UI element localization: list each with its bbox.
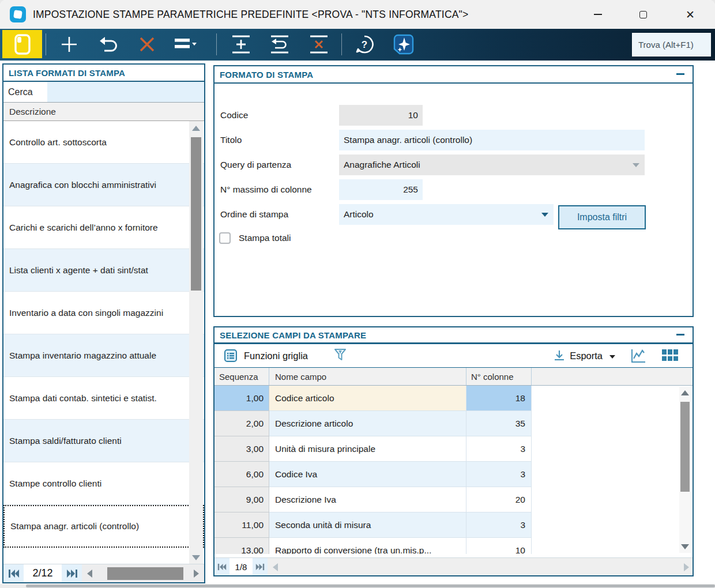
table-row[interactable]: 2,00 Descrizione articolo 35 <box>215 411 693 436</box>
print-format-list: Controllo art. sottoscorta Anagrafica co… <box>3 121 204 564</box>
maximize-button[interactable] <box>633 5 653 24</box>
row-delete-button[interactable] <box>303 31 335 58</box>
cell-n-colonne[interactable]: 35 <box>466 411 532 436</box>
minimize-icon <box>594 14 602 15</box>
cell-sequenza[interactable]: 3,00 <box>215 436 269 462</box>
first-record-button[interactable] <box>215 558 229 575</box>
delete-record-button[interactable] <box>131 31 163 58</box>
row-undo-button[interactable] <box>264 31 296 58</box>
list-item[interactable]: Stampa saldi/fatturato clienti <box>3 420 204 462</box>
grid-view-icon[interactable] <box>661 348 679 363</box>
list-item[interactable]: Stampa anagr. articoli (controllo) <box>3 505 204 548</box>
scroll-up-icon[interactable] <box>681 390 689 395</box>
minimize-button[interactable] <box>588 5 608 24</box>
header-nome-campo[interactable]: Nome campo <box>269 368 466 385</box>
table-row[interactable]: 9,00 Descrizione Iva 20 <box>215 487 693 512</box>
window-bottom-scrollbar[interactable] <box>0 584 715 588</box>
table-row[interactable]: 6,00 Codice Iva 3 <box>215 462 693 487</box>
scroll-left-icon[interactable] <box>87 570 92 578</box>
list-item[interactable]: Stampa dati contab. sintetici e statist. <box>3 377 204 420</box>
scrollbar-thumb[interactable] <box>680 402 690 492</box>
collapse-panel-button[interactable] <box>676 73 684 75</box>
cell-nome-campo[interactable]: Descrizione Iva <box>269 487 466 512</box>
list-vertical-scrollbar[interactable] <box>189 121 203 564</box>
list-item[interactable]: Carichi e scarichi dell’anno x fornitore <box>3 206 204 249</box>
list-item[interactable]: Stampa rubrica telefonica clienti <box>3 548 204 564</box>
funzioni-griglia-button[interactable]: Funzioni griglia <box>244 350 308 361</box>
cell-nome-campo[interactable]: Descrizione articolo <box>269 411 466 436</box>
cell-sequenza[interactable]: 2,00 <box>215 411 269 436</box>
new-record-button[interactable] <box>53 31 85 58</box>
collapse-panel-button[interactable] <box>676 334 684 336</box>
table-horizontal-scrollbar[interactable] <box>268 558 693 575</box>
row-add-button[interactable] <box>225 31 257 58</box>
cell-n-colonne[interactable]: 18 <box>466 386 532 411</box>
last-record-button[interactable] <box>62 564 82 582</box>
format-panel-header: FORMATO DI STAMPA <box>215 66 693 84</box>
cell-sequenza[interactable]: 13,00 <box>215 538 269 554</box>
scroll-right-icon[interactable] <box>684 563 689 571</box>
cell-n-colonne[interactable]: 20 <box>466 487 532 512</box>
scroll-down-icon[interactable] <box>681 544 689 549</box>
max-colonne-label: N° massimo di colonne <box>220 179 312 200</box>
exit-button[interactable] <box>2 30 42 58</box>
ordine-dropdown[interactable]: Articolo <box>339 204 554 225</box>
cell-sequenza[interactable]: 11,00 <box>215 512 269 538</box>
list-item-label: Stampa dati contab. sintetici e statist. <box>9 393 157 404</box>
menu-button[interactable] <box>170 31 202 58</box>
first-record-button[interactable] <box>3 564 24 582</box>
titolo-field[interactable]: Stampa anagr. articoli (controllo) <box>339 130 645 150</box>
find-box[interactable] <box>632 33 711 56</box>
scroll-left-icon[interactable] <box>273 563 278 571</box>
list-item[interactable]: Anagrafica con blocchi amministrativi <box>3 164 204 206</box>
cell-n-colonne[interactable]: 3 <box>466 512 532 538</box>
stampa-totali-checkbox[interactable] <box>219 232 231 244</box>
esporta-button[interactable]: Esporta <box>553 349 615 362</box>
table-row[interactable]: 13,00 Rapporto di conversione (tra un.mi… <box>215 538 693 554</box>
scrollbar-thumb[interactable] <box>26 585 715 587</box>
ai-assistant-button[interactable] <box>387 31 420 58</box>
cell-nome-campo[interactable]: Codice Iva <box>269 462 466 487</box>
scroll-down-icon[interactable] <box>192 555 200 560</box>
help-button[interactable]: ? <box>348 31 381 58</box>
scroll-up-icon[interactable] <box>192 126 200 131</box>
cell-sequenza[interactable]: 1,00 <box>215 386 269 411</box>
filter-icon[interactable] <box>333 348 347 363</box>
undo-button[interactable] <box>92 31 125 58</box>
cell-n-colonne[interactable]: 3 <box>466 436 532 462</box>
scrollbar-thumb[interactable] <box>191 137 201 291</box>
header-sequenza[interactable]: Sequenza <box>215 368 269 385</box>
maximize-icon <box>639 11 647 18</box>
header-n-colonne[interactable]: N° colonne <box>466 368 532 385</box>
cell-n-colonne[interactable]: 3 <box>466 462 532 487</box>
list-item[interactable]: Controllo art. sottoscorta <box>3 121 204 164</box>
cell-nome-campo[interactable]: Seconda unità di misura <box>269 512 466 538</box>
list-search-field[interactable] <box>3 82 204 103</box>
list-item[interactable]: Lista clienti x agente + dati sint/stat <box>3 249 204 292</box>
list-item[interactable]: Stampa inventario magazzino attuale <box>3 334 204 377</box>
close-button[interactable]: ✕ <box>680 5 700 24</box>
cell-nome-campo[interactable]: Codice articolo <box>269 386 466 411</box>
imposta-filtri-button[interactable]: Imposta filtri <box>558 205 646 229</box>
last-record-button[interactable] <box>253 558 268 575</box>
max-colonne-field[interactable]: 255 <box>339 179 423 200</box>
scroll-right-icon[interactable] <box>194 570 199 578</box>
table-vertical-scrollbar[interactable] <box>679 387 691 553</box>
cell-nome-campo[interactable]: Rapporto di conversione (tra un.mis.p... <box>269 538 466 554</box>
cell-sequenza[interactable]: 6,00 <box>215 462 269 487</box>
list-item[interactable]: Inventario a data con singoli magazzini <box>3 292 204 334</box>
list-horizontal-scrollbar[interactable] <box>82 564 204 582</box>
cell-n-colonne[interactable]: 10 <box>466 538 532 554</box>
cell-nome-campo[interactable]: Unità di misura principale <box>269 436 466 462</box>
cell-sequenza[interactable]: 9,00 <box>215 487 269 512</box>
toolbar-separator <box>216 33 217 55</box>
scrollbar-thumb[interactable] <box>107 567 183 580</box>
table-row[interactable]: 1,00 Codice articolo 18 <box>215 386 693 411</box>
list-item[interactable]: Stampe controllo clienti <box>3 462 204 505</box>
table-row[interactable]: 11,00 Seconda unità di misura 3 <box>215 512 693 538</box>
chart-icon[interactable] <box>630 348 646 363</box>
list-search-input[interactable] <box>3 82 204 102</box>
table-row[interactable]: 3,00 Unità di misura principale 3 <box>215 436 693 462</box>
find-input[interactable] <box>633 33 710 56</box>
list-column-header[interactable]: Descrizione <box>3 103 204 121</box>
